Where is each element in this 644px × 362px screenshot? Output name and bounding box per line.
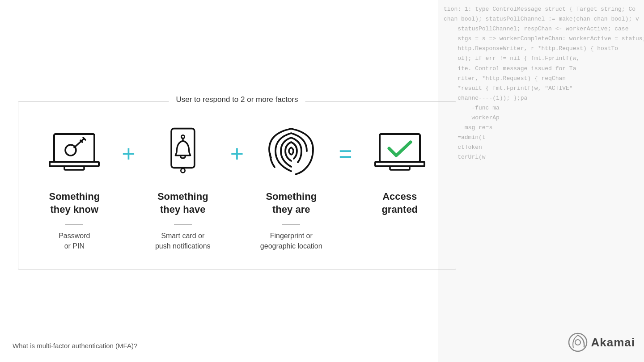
phone-bell-icon xyxy=(154,124,212,182)
factor-are-title: Somethingthey are xyxy=(266,190,317,216)
akamai-logo-mark xyxy=(567,332,589,353)
factor-are-divider xyxy=(282,224,300,225)
svg-rect-12 xyxy=(380,134,420,162)
laptop-key-icon xyxy=(45,124,103,182)
svg-point-8 xyxy=(181,168,185,173)
factor-know-subtitle: Passwordor PIN xyxy=(59,231,90,251)
factor-are-subtitle: Fingerprint orgeographic location xyxy=(260,231,322,251)
akamai-logo: Akamai xyxy=(567,332,636,353)
plus-operator-1: + xyxy=(113,124,145,165)
svg-line-4 xyxy=(74,139,84,147)
svg-rect-7 xyxy=(171,129,195,168)
factor-col-have: Somethingthey have Smart card orpush not… xyxy=(144,124,221,251)
diagram-label: User to respond to 2 or more factors xyxy=(169,95,305,104)
factor-have-subtitle: Smart card orpush notifications xyxy=(155,231,211,251)
plus-operator-2: + xyxy=(221,124,253,165)
laptop-check-icon xyxy=(371,124,429,182)
diagram-wrapper: User to respond to 2 or more factors xyxy=(18,101,456,269)
svg-rect-2 xyxy=(64,166,84,170)
plus-icon-2: + xyxy=(230,142,244,165)
akamai-brand-name: Akamai xyxy=(591,336,636,349)
equals-icon: = xyxy=(339,142,352,165)
factor-have-divider xyxy=(174,224,192,225)
factor-col-are: Somethingthey are Fingerprint orgeograph… xyxy=(253,124,330,251)
equals-operator: = xyxy=(330,124,362,165)
fingerprint-icon xyxy=(262,124,320,182)
factor-col-know: Somethingthey know Passwordor PIN xyxy=(36,124,113,251)
factor-result-title: Accessgranted xyxy=(381,190,418,216)
plus-icon-1: + xyxy=(122,142,135,165)
footer-question: What is multi-factor authentication (MFA… xyxy=(13,342,137,349)
factor-col-result: Accessgranted xyxy=(361,124,438,216)
factor-know-title: Somethingthey know xyxy=(49,190,100,216)
svg-point-16 xyxy=(575,340,580,345)
main-content: User to respond to 2 or more factors xyxy=(0,0,474,362)
factor-have-title: Somethingthey have xyxy=(157,190,208,216)
diagram-box: Somethingthey know Passwordor PIN + xyxy=(18,101,456,269)
svg-rect-14 xyxy=(390,166,410,170)
factor-know-divider xyxy=(65,224,83,225)
svg-point-11 xyxy=(181,135,184,138)
